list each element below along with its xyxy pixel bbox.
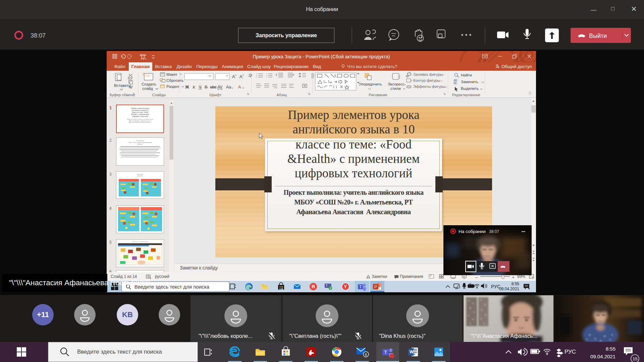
svg-text:Заменить: Заменить [461,80,478,84]
svg-text:Я: Я [312,284,315,289]
svg-text:К: К [192,84,196,89]
svg-text:На собрании: На собрании [459,229,486,234]
svg-text:Ж: Ж [185,84,189,89]
svg-text:T: T [326,284,328,288]
svg-text:Упорядочить: Упорядочить [359,82,382,86]
svg-text:6: 6 [365,353,367,357]
svg-text:T: T [384,349,387,355]
svg-text:Выделить: Выделить [461,86,479,90]
svg-text:Y: Y [344,284,347,289]
svg-text:38:07: 38:07 [489,229,499,234]
svg-text:слайд: слайд [142,86,153,90]
svg-text:abc: abc [210,85,216,89]
svg-text:P: P [374,285,377,289]
svg-text:Раздел: Раздел [166,84,179,88]
svg-text:Аа: Аа [226,85,231,89]
svg-text:Выйти: Выйти [589,33,607,39]
svg-text:стили: стили [390,86,401,90]
svg-text:Экспресс-: Экспресс- [388,82,406,86]
svg-text:Аˆ: Аˆ [232,74,237,79]
svg-text:Найти: Найти [461,73,472,77]
svg-text:38:07: 38:07 [31,32,46,39]
svg-text:T: T [359,285,362,289]
svg-text:Вставить: Вставить [114,83,130,87]
svg-text:S: S [205,84,208,89]
svg-text:Эффекты фигуры: Эффекты фигуры [413,84,445,88]
svg-text:W: W [410,349,414,354]
svg-text:Создать: Создать [142,82,156,86]
svg-text:Сбросить: Сбросить [166,78,183,82]
svg-text:15: 15 [633,356,637,361]
svg-text:А: А [238,84,241,89]
svg-text:Заливка фигуры: Заливка фигуры [413,72,443,76]
svg-text:Аˇ: Аˇ [239,74,244,79]
svg-text:Макет: Макет [166,72,177,76]
svg-text:ac: ac [453,81,457,85]
svg-text:Ч: Ч [199,84,202,89]
svg-text:Контур фигуры: Контур фигуры [413,78,440,82]
